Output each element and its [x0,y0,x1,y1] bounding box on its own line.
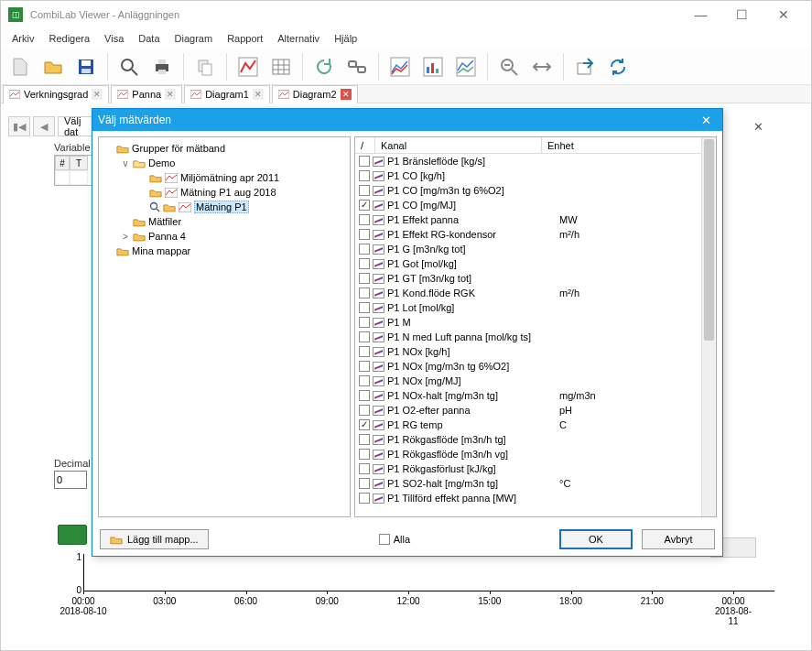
menu-alternativ[interactable]: Alternativ [270,31,327,46]
list-row[interactable]: P1 CO [kg/h] [355,168,716,183]
bar-chart-button[interactable] [417,51,449,82]
tab-verkningsgrad[interactable]: Verkningsgrad✕ [3,85,109,103]
row-checkbox[interactable] [359,185,370,196]
dialog-close-button[interactable]: ✕ [695,111,717,129]
list-row[interactable]: P1 NOx [kg/h] [355,344,716,359]
tree-item[interactable]: Mätfiler [101,214,348,229]
tab-close-icon[interactable]: ✕ [165,89,176,100]
row-checkbox[interactable] [359,273,370,284]
export-button[interactable] [569,51,601,82]
fit-width-button[interactable] [526,51,558,82]
tree-pane[interactable]: Grupper för mätbandvDemoMiljömätning apr… [98,136,351,517]
list-row[interactable]: P1 O2-efter pannapH [355,403,716,418]
row-checkbox[interactable] [359,244,370,255]
list-row[interactable]: P1 NOx [mg/MJ] [355,374,716,388]
new-file-button[interactable] [5,51,36,82]
row-checkbox[interactable] [359,463,370,474]
menu-hjälp[interactable]: Hjälp [327,31,364,46]
list-row[interactable]: P1 G [m3n/kg tot] [355,242,716,256]
row-checkbox[interactable] [359,449,370,460]
tab-close-icon[interactable]: ✕ [253,89,264,100]
nav-first-button[interactable]: ▮◀ [8,116,30,136]
scrollbar[interactable] [701,137,716,516]
list-row[interactable]: P1 Effekt RG-kondensorm²/h [355,227,716,242]
row-checkbox[interactable] [359,170,370,181]
row-checkbox[interactable] [359,258,370,269]
open-file-button[interactable] [38,51,69,82]
row-checkbox[interactable] [359,434,370,445]
list-row[interactable]: P1 GT [m3n/kg tot] [355,271,716,286]
list-row[interactable]: P1 M [355,315,716,330]
sync-button[interactable] [602,51,633,82]
zoom-out-button[interactable] [493,51,525,82]
tree-item[interactable]: Mina mappar [101,244,348,258]
row-checkbox[interactable] [359,156,370,167]
tab-close-icon[interactable]: ✕ [92,89,103,100]
link-button[interactable] [341,51,373,82]
menu-redigera[interactable]: Redigera [41,31,97,46]
col-enhet[interactable]: Enhet [542,137,716,153]
tree-item[interactable]: Mätning P1 [101,200,348,214]
list-row[interactable]: P1 RG tempC [355,418,716,432]
multi-chart1-button[interactable] [384,51,416,82]
row-checkbox[interactable] [359,317,370,328]
alla-checkbox[interactable] [379,534,390,545]
ok-button[interactable]: OK [559,529,633,549]
add-folder-button[interactable]: Lägg till mapp... [100,529,209,549]
tree-item[interactable]: Mätning P1 aug 2018 [101,185,348,200]
list-row[interactable]: P1 Bränsleflöde [kg/s] [355,154,716,168]
minimize-button[interactable]: — [680,2,721,27]
apply-button[interactable] [58,525,87,545]
list-row[interactable]: P1 Effekt pannaMW [355,212,716,227]
grid-header-t[interactable]: T [70,156,88,170]
grid-header-num[interactable]: # [55,156,70,170]
nav-prev-button[interactable]: ◀ [33,116,55,136]
list-row[interactable]: P1 Rökgasflöde [m3n/h vg] [355,447,716,461]
panel-close-button[interactable]: ✕ [751,119,765,134]
list-row[interactable]: P1 CO [mg/m3n tg 6%O2] [355,183,716,198]
refresh-button[interactable] [309,51,340,82]
row-checkbox[interactable] [359,419,370,430]
tree-item[interactable]: >Panna 4 [101,229,348,244]
tab-close-icon[interactable]: ✕ [341,89,352,100]
tab-diagram1[interactable]: Diagram1✕ [184,85,270,103]
col-sort[interactable]: / [355,137,375,153]
tree-toggle[interactable]: > [121,232,130,242]
list-row[interactable]: P1 NOx-halt [mg/m3n tg]mg/m3n [355,388,716,403]
tree-item[interactable]: vDemo [101,156,348,170]
row-checkbox[interactable] [359,302,370,313]
row-checkbox[interactable] [359,390,370,401]
list-row[interactable]: P1 Tillförd effekt panna [MW] [355,491,716,505]
list-row[interactable]: P1 Rökgasförlust [kJ/kg] [355,461,716,476]
cancel-button[interactable]: Avbryt [642,529,715,549]
tab-diagram2[interactable]: Diagram2✕ [272,85,358,103]
menu-arkiv[interactable]: Arkiv [5,31,41,46]
menu-data[interactable]: Data [131,31,167,46]
tree-item[interactable]: Grupper för mätband [101,141,348,156]
list-row[interactable]: P1 CO [mg/MJ] [355,198,716,212]
row-checkbox[interactable] [359,361,370,372]
row-checkbox[interactable] [359,288,370,298]
list-row[interactable]: P1 Rökgasflöde [m3n/h tg] [355,432,716,447]
row-checkbox[interactable] [359,229,370,240]
list-row[interactable]: P1 SO2-halt [mg/m3n tg]°C [355,476,716,491]
menu-rapport[interactable]: Rapport [220,31,270,46]
close-window-button[interactable]: ✕ [763,2,804,27]
row-checkbox[interactable] [359,346,370,357]
row-checkbox[interactable] [359,331,370,342]
row-checkbox[interactable] [359,375,370,386]
tab-panna[interactable]: Panna✕ [111,85,182,103]
maximize-button[interactable]: ☐ [721,2,763,27]
line-chart-button[interactable] [233,51,264,82]
row-checkbox[interactable] [359,214,370,225]
list-row[interactable]: P1 Got [mol/kg] [355,256,716,271]
row-checkbox[interactable] [359,200,370,211]
row-checkbox[interactable] [359,493,370,504]
list-row[interactable]: P1 NOx [mg/m3n tg 6%O2] [355,359,716,374]
row-checkbox[interactable] [359,405,370,416]
list-row[interactable]: P1 Kond.flöde RGKm²/h [355,286,716,300]
menu-diagram[interactable]: Diagram [168,31,221,46]
tree-toggle[interactable]: v [121,158,130,168]
scrollbar-thumb[interactable] [704,139,714,341]
list-row[interactable]: P1 Lot [mol/kg] [355,300,716,315]
